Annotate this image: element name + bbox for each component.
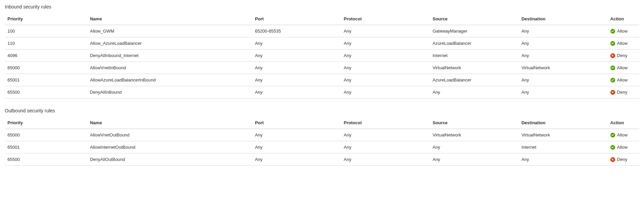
action-wrapper: Allow: [610, 132, 637, 137]
column-header-action[interactable]: Action: [608, 117, 639, 129]
cell-port: Any: [252, 129, 341, 141]
action-wrapper: Allow: [610, 65, 637, 70]
action-wrapper: Deny: [610, 53, 637, 58]
action-wrapper: Allow: [610, 145, 637, 150]
action-label: Allow: [617, 77, 628, 82]
cell-action: Allow: [608, 25, 639, 37]
deny-icon: [610, 157, 615, 162]
cell-priority: 65000: [5, 62, 87, 74]
cell-port: Any: [252, 153, 341, 166]
cell-protocol: Any: [341, 86, 430, 98]
cell-destination: VirtualNetwork: [519, 129, 608, 141]
action-wrapper: Allow: [610, 29, 637, 34]
cell-name: AllowVnetInBound: [87, 62, 252, 74]
table-row[interactable]: 65001AllowAzureLoadBalancerInBoundAnyAny…: [5, 74, 639, 86]
cell-destination: VirtualNetwork: [519, 62, 608, 74]
cell-source: VirtualNetwork: [430, 129, 519, 141]
cell-priority: 65000: [5, 129, 87, 141]
cell-protocol: Any: [341, 129, 430, 141]
column-header-priority[interactable]: Priority: [5, 117, 87, 129]
column-header-name[interactable]: Name: [87, 117, 252, 129]
allow-icon: [610, 78, 615, 82]
cell-source: GatewayManager: [430, 25, 519, 37]
cell-priority: 65500: [5, 153, 87, 166]
cell-destination: Any: [519, 25, 608, 37]
column-header-name[interactable]: Name: [87, 13, 252, 25]
cell-port: Any: [252, 37, 341, 50]
cell-action: Allow: [608, 129, 639, 141]
table-row[interactable]: 65001AllowInternetOutBoundAnyAnyAnyInter…: [5, 141, 639, 153]
inbound-rules-table: Priority Name Port Protocol Source Desti…: [5, 13, 639, 98]
table-row[interactable]: 65500DenyAllInBoundAnyAnyAnyAnyDeny: [5, 86, 639, 98]
cell-protocol: Any: [341, 37, 430, 50]
cell-protocol: Any: [341, 74, 430, 86]
column-header-action[interactable]: Action: [608, 13, 639, 25]
cell-port: Any: [252, 74, 341, 86]
action-wrapper: Allow: [610, 77, 637, 82]
table-header-row: Priority Name Port Protocol Source Desti…: [5, 13, 639, 25]
inbound-section-title: Inbound security rules: [5, 4, 639, 10]
cell-name: DenyAllInbound_Internet: [87, 50, 252, 62]
cell-source: Internet: [430, 50, 519, 62]
table-row[interactable]: 65500DenyAllOutBoundAnyAnyAnyAnyDeny: [5, 153, 639, 166]
action-label: Deny: [617, 90, 627, 95]
column-header-protocol[interactable]: Protocol: [341, 117, 430, 129]
cell-priority: 110: [5, 37, 87, 50]
cell-action: Allow: [608, 74, 639, 86]
table-row[interactable]: 65000AllowVnetInBoundAnyAnyVirtualNetwor…: [5, 62, 639, 74]
allow-icon: [610, 145, 615, 150]
cell-name: DenyAllInBound: [87, 86, 252, 98]
outbound-rules-table: Priority Name Port Protocol Source Desti…: [5, 117, 639, 166]
cell-action: Deny: [608, 153, 639, 166]
cell-name: Allow_GWM: [87, 25, 252, 37]
action-label: Deny: [617, 157, 627, 162]
cell-priority: 65001: [5, 141, 87, 153]
cell-protocol: Any: [341, 50, 430, 62]
table-row[interactable]: 100Allow_GWM65200-65535AnyGatewayManager…: [5, 25, 639, 37]
cell-port: Any: [252, 62, 341, 74]
cell-destination: Any: [519, 37, 608, 50]
cell-port: Any: [252, 141, 341, 153]
table-row[interactable]: 4096DenyAllInbound_InternetAnyAnyInterne…: [5, 50, 639, 62]
outbound-section-title: Outbound security rules: [5, 108, 639, 113]
deny-icon: [610, 53, 615, 58]
cell-source: AzureLoadBalancer: [430, 74, 519, 86]
action-wrapper: Allow: [610, 41, 637, 46]
action-label: Allow: [617, 29, 628, 34]
column-header-priority[interactable]: Priority: [5, 13, 87, 25]
action-label: Allow: [617, 145, 628, 150]
cell-action: Allow: [608, 37, 639, 50]
allow-icon: [610, 41, 615, 46]
cell-name: Allow_AzureLoadBalancer: [87, 37, 252, 50]
cell-source: AzureLoadBalancer: [430, 37, 519, 50]
cell-priority: 65500: [5, 86, 87, 98]
outbound-security-rules-section: Outbound security rules Priority Name Po…: [5, 108, 639, 166]
cell-source: Any: [430, 141, 519, 153]
table-row[interactable]: 110Allow_AzureLoadBalancerAnyAnyAzureLoa…: [5, 37, 639, 50]
cell-priority: 65001: [5, 74, 87, 86]
column-header-source[interactable]: Source: [430, 13, 519, 25]
cell-priority: 4096: [5, 50, 87, 62]
action-label: Allow: [617, 65, 628, 70]
cell-destination: Any: [519, 86, 608, 98]
table-row[interactable]: 65000AllowVnetOutBoundAnyAnyVirtualNetwo…: [5, 129, 639, 141]
column-header-port[interactable]: Port: [252, 13, 341, 25]
column-header-port[interactable]: Port: [252, 117, 341, 129]
cell-action: Deny: [608, 50, 639, 62]
cell-action: Allow: [608, 62, 639, 74]
cell-source: Any: [430, 86, 519, 98]
cell-name: AllowAzureLoadBalancerInBound: [87, 74, 252, 86]
deny-icon: [610, 90, 615, 95]
cell-name: AllowVnetOutBound: [87, 129, 252, 141]
cell-protocol: Any: [341, 25, 430, 37]
column-header-source[interactable]: Source: [430, 117, 519, 129]
cell-action: Deny: [608, 86, 639, 98]
cell-destination: Any: [519, 50, 608, 62]
cell-port: Any: [252, 50, 341, 62]
column-header-protocol[interactable]: Protocol: [341, 13, 430, 25]
cell-source: Any: [430, 153, 519, 166]
allow-icon: [610, 66, 615, 70]
column-header-destination[interactable]: Destination: [519, 117, 608, 129]
column-header-destination[interactable]: Destination: [519, 13, 608, 25]
cell-action: Allow: [608, 141, 639, 153]
